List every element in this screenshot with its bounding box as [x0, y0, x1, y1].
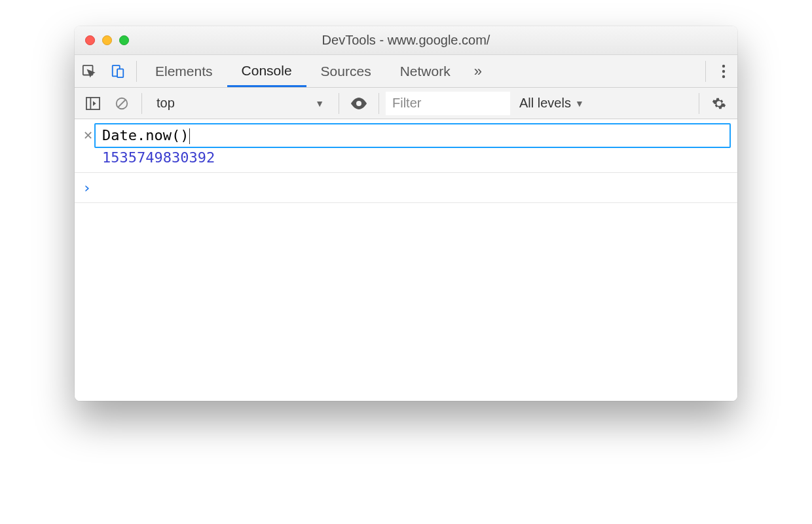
live-expression-text: Date.now()	[102, 127, 189, 143]
inspect-element-icon[interactable]	[75, 56, 103, 87]
svg-point-4	[722, 69, 725, 72]
console-settings-gear-icon[interactable]	[706, 90, 732, 117]
tab-sources[interactable]: Sources	[306, 56, 386, 87]
svg-rect-2	[117, 69, 123, 77]
minimize-window-button[interactable]	[102, 35, 112, 45]
divider	[141, 93, 142, 114]
devtools-window: DevTools - www.google.com/ Elements Cons…	[75, 26, 737, 401]
execution-context-label: top	[157, 96, 175, 111]
execution-context-selector[interactable]: top ▼	[149, 92, 332, 115]
divider	[136, 61, 137, 82]
live-expression-result: 1535749830392	[75, 148, 737, 173]
tab-console[interactable]: Console	[227, 56, 306, 87]
console-toolbar: top ▼ Filter All levels ▼	[75, 88, 737, 119]
toggle-console-sidebar-icon[interactable]	[80, 90, 106, 117]
window-title: DevTools - www.google.com/	[75, 33, 737, 48]
divider	[705, 61, 706, 82]
zoom-window-button[interactable]	[119, 35, 129, 45]
divider	[339, 93, 339, 114]
live-expression-row: ✕ Date.now()	[75, 119, 737, 148]
tab-elements[interactable]: Elements	[141, 56, 227, 87]
console-prompt[interactable]: ›	[75, 173, 737, 203]
live-expression-eye-icon[interactable]	[346, 90, 372, 117]
toggle-device-toolbar-icon[interactable]	[103, 56, 132, 87]
svg-point-5	[722, 75, 725, 77]
console-body: ✕ Date.now() 1535749830392 ›	[75, 119, 737, 401]
tab-network[interactable]: Network	[386, 56, 465, 87]
divider	[378, 93, 379, 114]
svg-line-9	[119, 100, 126, 107]
svg-point-10	[356, 101, 361, 106]
more-tabs-chevron-icon[interactable]: »	[465, 63, 491, 80]
log-levels-selector[interactable]: All levels ▼	[513, 96, 591, 111]
console-filter-input[interactable]: Filter	[386, 92, 510, 115]
dropdown-triangle-icon: ▼	[315, 98, 324, 109]
close-window-button[interactable]	[85, 35, 95, 45]
filter-placeholder: Filter	[392, 96, 421, 111]
divider	[699, 93, 699, 114]
remove-live-expression-icon[interactable]: ✕	[81, 128, 94, 143]
clear-console-icon[interactable]	[109, 90, 135, 117]
log-levels-label: All levels	[519, 96, 571, 111]
svg-point-3	[722, 64, 725, 67]
titlebar: DevTools - www.google.com/	[75, 26, 737, 55]
devtools-menu-icon[interactable]	[710, 64, 737, 79]
live-expression-input[interactable]: Date.now()	[94, 123, 731, 148]
traffic-lights	[85, 35, 129, 45]
dropdown-triangle-icon: ▼	[575, 98, 584, 109]
devtools-tabs-row: Elements Console Sources Network »	[75, 55, 737, 88]
console-empty-area[interactable]	[75, 203, 737, 373]
